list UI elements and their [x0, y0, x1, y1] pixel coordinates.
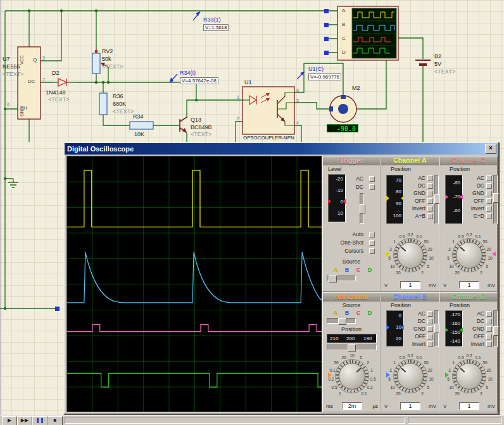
slider-thumb[interactable]: [338, 318, 346, 325]
indicator[interactable]: [486, 183, 492, 189]
indicator[interactable]: [427, 334, 433, 339]
trigger-ac-button[interactable]: AC: [323, 175, 380, 182]
channel-b-dc-button[interactable]: DC: [381, 318, 439, 325]
channel-d-dc-button[interactable]: DC: [440, 318, 497, 325]
auto-indicator[interactable]: [369, 232, 375, 238]
indicator[interactable]: [486, 175, 492, 181]
channel-c-ac-button[interactable]: AC: [440, 175, 497, 182]
indicator[interactable]: [486, 326, 492, 332]
channel-b-invert-button[interactable]: Invert: [381, 341, 439, 348]
indicator[interactable]: [427, 183, 433, 189]
indicator[interactable]: [427, 326, 433, 332]
channel-c-gnd-button[interactable]: GND: [440, 190, 497, 197]
probe-u1c-value: V=-0.969776: [308, 73, 341, 80]
indicator[interactable]: [427, 206, 433, 212]
oscilloscope-titlebar[interactable]: Digital Oscilloscope ×: [65, 143, 498, 155]
indicator[interactable]: [486, 206, 492, 212]
indicator[interactable]: [486, 311, 492, 317]
horizontal-position-scale[interactable]: 210 200 190: [327, 334, 377, 343]
ac-indicator[interactable]: [369, 176, 375, 182]
channel-a-ac-button[interactable]: AC: [381, 175, 439, 182]
indicator[interactable]: [427, 213, 433, 219]
indicator[interactable]: [486, 319, 492, 324]
indicator[interactable]: [486, 191, 492, 196]
channel-b-off-button[interactable]: OFF: [381, 333, 439, 340]
auto-button[interactable]: Auto: [323, 231, 380, 238]
component-r36[interactable]: [99, 93, 107, 115]
indicator[interactable]: [486, 334, 492, 339]
indicator[interactable]: [427, 311, 433, 317]
trigger-level-slider[interactable]: [360, 193, 364, 224]
knob-scale-label: 1: [393, 239, 396, 244]
slider-thumb[interactable]: [493, 193, 499, 203]
indicator[interactable]: [427, 175, 433, 181]
channel-a-aplusb-button[interactable]: A+B: [381, 213, 439, 220]
component-m2[interactable]: [329, 95, 356, 122]
channel-c-gain-knob[interactable]: 20 10 5 2 1 0.5 0.2 0.1 50 20 10 5 2 V 1…: [440, 227, 498, 291]
channel-a-off-button[interactable]: OFF: [381, 198, 439, 205]
channel-c-position-slider[interactable]: [493, 175, 498, 224]
component-b2[interactable]: [415, 60, 431, 65]
indicator[interactable]: [486, 341, 492, 347]
channel-c-dc-button[interactable]: DC: [440, 182, 497, 189]
indicator[interactable]: [486, 198, 492, 204]
channel-b-gnd-button[interactable]: GND: [381, 326, 439, 333]
channel-d-gain-knob[interactable]: 20 10 5 2 1 0.5 0.2 0.1 50 20 10 5 2 V 1…: [440, 348, 498, 412]
timebase-knob[interactable]: 1 0.5 0.2 0.1 50 20 10 5 2 1 0.5 0.2 0.1…: [323, 348, 381, 412]
pause-button[interactable]: ❚❚: [32, 416, 47, 425]
channel-a-invert-button[interactable]: Invert: [381, 205, 439, 212]
knob-face[interactable]: [456, 363, 482, 390]
channel-b-gain-knob[interactable]: 20 10 5 2 1 0.5 0.2 0.1 50 20 10 5 2 V 1…: [381, 348, 439, 412]
knob-scale-label: 2: [480, 270, 482, 275]
d2-value: 1N4148: [46, 89, 66, 96]
knob-scale-label: 20: [486, 247, 491, 251]
channel-b-position-slider[interactable]: [434, 310, 439, 347]
indicator[interactable]: [486, 213, 492, 219]
trigger-source-slider[interactable]: [327, 276, 356, 281]
stop-button[interactable]: ■: [47, 416, 63, 425]
one-shot-indicator[interactable]: [369, 240, 375, 246]
horizontal-source-slider[interactable]: [327, 318, 356, 324]
indicator[interactable]: [427, 319, 433, 324]
step-button[interactable]: ▶▶: [17, 416, 32, 425]
component-q13[interactable]: [180, 117, 187, 133]
indicator[interactable]: [427, 198, 433, 204]
channel-d-gnd-button[interactable]: GND: [440, 326, 497, 333]
close-button[interactable]: ×: [485, 144, 496, 154]
channel-b-ac-button[interactable]: AC: [381, 310, 439, 317]
channel-d-position-slider[interactable]: [493, 310, 498, 347]
channel-d-off-button[interactable]: OFF: [440, 333, 497, 340]
component-u1[interactable]: [243, 87, 294, 134]
channel-d-invert-button[interactable]: Invert: [440, 341, 497, 348]
channel-a-dc-button[interactable]: DC: [381, 182, 439, 189]
one-shot-button[interactable]: One-Shot: [323, 239, 380, 246]
cursors-button[interactable]: Cursors: [323, 248, 380, 255]
knob-face[interactable]: [397, 242, 424, 269]
slider-thumb[interactable]: [329, 276, 337, 282]
channel-c-cplusd-button[interactable]: C+D: [440, 213, 497, 220]
slider-thumb[interactable]: [360, 204, 365, 213]
component-scope[interactable]: [337, 6, 398, 60]
trigger-dc-button[interactable]: DC: [323, 184, 380, 191]
trace-channel-b: [67, 252, 322, 303]
channel-d-ac-button[interactable]: AC: [440, 310, 497, 317]
u7-q-pin-label: Q: [33, 57, 37, 63]
knob-face[interactable]: [397, 363, 424, 390]
channel-a-gnd-button[interactable]: GND: [381, 190, 439, 197]
q13-ref: Q13: [191, 117, 201, 123]
channel-a-position-slider[interactable]: [434, 175, 439, 224]
slider-thumb[interactable]: [493, 326, 499, 336]
component-r34[interactable]: [130, 122, 153, 129]
cursors-indicator[interactable]: [369, 248, 375, 254]
channel-a-gain-knob[interactable]: 20 10 5 2 1 0.5 0.2 0.1 50 20 10 5 2 V 1…: [381, 227, 439, 291]
knob-face[interactable]: [456, 242, 482, 269]
knob-face[interactable]: [339, 363, 365, 390]
knob-scale-label: 2: [421, 270, 424, 275]
play-button[interactable]: ▶: [2, 416, 17, 425]
channel-c-invert-button[interactable]: Invert: [440, 205, 497, 212]
component-d2[interactable]: [54, 79, 74, 86]
indicator[interactable]: [427, 191, 433, 196]
indicator[interactable]: [427, 341, 433, 347]
channel-c-off-button[interactable]: OFF: [440, 198, 497, 205]
dc-indicator[interactable]: [369, 184, 375, 190]
